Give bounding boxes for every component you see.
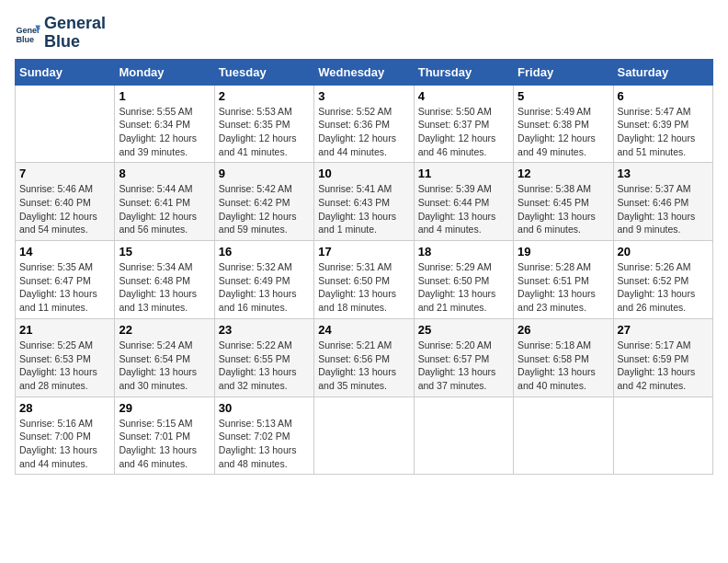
- dow-header-tuesday: Tuesday: [214, 59, 313, 85]
- calendar-cell: 14Sunrise: 5:35 AM Sunset: 6:47 PM Dayli…: [16, 241, 115, 319]
- day-detail: Sunrise: 5:55 AM Sunset: 6:34 PM Dayligh…: [119, 105, 210, 159]
- calendar-cell: 8Sunrise: 5:44 AM Sunset: 6:41 PM Daylig…: [115, 163, 214, 241]
- calendar-cell: 25Sunrise: 5:20 AM Sunset: 6:57 PM Dayli…: [414, 318, 513, 396]
- day-number: 3: [318, 89, 409, 103]
- logo: General Blue General Blue: [15, 15, 106, 52]
- calendar-cell: 17Sunrise: 5:31 AM Sunset: 6:50 PM Dayli…: [314, 241, 414, 319]
- day-number: 25: [418, 323, 509, 337]
- day-detail: Sunrise: 5:32 AM Sunset: 6:49 PM Dayligh…: [219, 260, 310, 315]
- calendar-cell: 23Sunrise: 5:22 AM Sunset: 6:55 PM Dayli…: [214, 318, 313, 396]
- day-number: 8: [119, 167, 210, 180]
- calendar-cell: 15Sunrise: 5:34 AM Sunset: 6:48 PM Dayli…: [115, 241, 214, 319]
- day-detail: Sunrise: 5:35 AM Sunset: 6:47 PM Dayligh…: [19, 260, 110, 315]
- day-number: 10: [318, 167, 409, 180]
- day-number: 4: [418, 89, 509, 103]
- calendar-cell: 21Sunrise: 5:25 AM Sunset: 6:53 PM Dayli…: [16, 318, 115, 396]
- calendar-cell: [314, 396, 414, 475]
- calendar-cell: 10Sunrise: 5:41 AM Sunset: 6:43 PM Dayli…: [314, 163, 414, 241]
- calendar-table: SundayMondayTuesdayWednesdayThursdayFrid…: [15, 59, 713, 476]
- dow-header-sunday: Sunday: [16, 59, 115, 85]
- day-number: 17: [318, 245, 409, 259]
- day-detail: Sunrise: 5:49 AM Sunset: 6:38 PM Dayligh…: [518, 105, 609, 159]
- day-number: 6: [618, 89, 709, 103]
- day-number: 16: [219, 245, 310, 259]
- day-detail: Sunrise: 5:24 AM Sunset: 6:54 PM Dayligh…: [119, 339, 210, 393]
- day-detail: Sunrise: 5:50 AM Sunset: 6:37 PM Dayligh…: [418, 105, 509, 159]
- day-detail: Sunrise: 5:21 AM Sunset: 6:56 PM Dayligh…: [318, 339, 409, 393]
- dow-header-saturday: Saturday: [613, 59, 712, 85]
- calendar-cell: 24Sunrise: 5:21 AM Sunset: 6:56 PM Dayli…: [314, 318, 414, 396]
- day-number: 29: [119, 401, 210, 415]
- day-detail: Sunrise: 5:38 AM Sunset: 6:45 PM Dayligh…: [518, 182, 609, 236]
- day-number: 15: [119, 245, 210, 259]
- svg-text:Blue: Blue: [16, 35, 34, 44]
- day-detail: Sunrise: 5:22 AM Sunset: 6:55 PM Dayligh…: [219, 339, 310, 393]
- day-number: 30: [219, 401, 310, 415]
- calendar-cell: [514, 396, 613, 475]
- day-number: 2: [219, 89, 310, 103]
- day-detail: Sunrise: 5:52 AM Sunset: 6:36 PM Dayligh…: [318, 105, 409, 159]
- day-number: 23: [219, 323, 310, 337]
- day-detail: Sunrise: 5:44 AM Sunset: 6:41 PM Dayligh…: [119, 182, 210, 236]
- day-detail: Sunrise: 5:15 AM Sunset: 7:01 PM Dayligh…: [119, 417, 210, 471]
- day-detail: Sunrise: 5:25 AM Sunset: 6:53 PM Dayligh…: [19, 339, 110, 393]
- calendar-cell: 7Sunrise: 5:46 AM Sunset: 6:40 PM Daylig…: [16, 163, 115, 241]
- day-detail: Sunrise: 5:28 AM Sunset: 6:51 PM Dayligh…: [518, 260, 609, 315]
- day-number: 13: [618, 167, 709, 180]
- day-detail: Sunrise: 5:20 AM Sunset: 6:57 PM Dayligh…: [418, 339, 509, 393]
- calendar-cell: 6Sunrise: 5:47 AM Sunset: 6:39 PM Daylig…: [613, 85, 712, 163]
- calendar-cell: 28Sunrise: 5:16 AM Sunset: 7:00 PM Dayli…: [16, 396, 115, 475]
- calendar-cell: 30Sunrise: 5:13 AM Sunset: 7:02 PM Dayli…: [214, 396, 313, 475]
- day-number: 1: [119, 89, 210, 103]
- calendar-cell: 22Sunrise: 5:24 AM Sunset: 6:54 PM Dayli…: [115, 318, 214, 396]
- calendar-cell: 9Sunrise: 5:42 AM Sunset: 6:42 PM Daylig…: [214, 163, 313, 241]
- day-detail: Sunrise: 5:39 AM Sunset: 6:44 PM Dayligh…: [418, 182, 509, 236]
- day-number: 11: [418, 167, 509, 180]
- dow-header-friday: Friday: [514, 59, 613, 85]
- day-detail: Sunrise: 5:26 AM Sunset: 6:52 PM Dayligh…: [618, 260, 709, 315]
- dow-header-thursday: Thursday: [414, 59, 513, 85]
- day-detail: Sunrise: 5:47 AM Sunset: 6:39 PM Dayligh…: [618, 105, 709, 159]
- calendar-cell: 3Sunrise: 5:52 AM Sunset: 6:36 PM Daylig…: [314, 85, 414, 163]
- day-detail: Sunrise: 5:42 AM Sunset: 6:42 PM Dayligh…: [219, 182, 310, 236]
- calendar-cell: 29Sunrise: 5:15 AM Sunset: 7:01 PM Dayli…: [115, 396, 214, 475]
- calendar-cell: 16Sunrise: 5:32 AM Sunset: 6:49 PM Dayli…: [214, 241, 313, 319]
- day-number: 19: [518, 245, 609, 259]
- page-header: General Blue General Blue: [15, 15, 713, 52]
- day-number: 24: [318, 323, 409, 337]
- calendar-cell: [414, 396, 513, 475]
- calendar-cell: 20Sunrise: 5:26 AM Sunset: 6:52 PM Dayli…: [613, 241, 712, 319]
- day-detail: Sunrise: 5:13 AM Sunset: 7:02 PM Dayligh…: [219, 417, 310, 471]
- day-number: 20: [618, 245, 709, 259]
- dow-header-wednesday: Wednesday: [314, 59, 414, 85]
- day-number: 9: [219, 167, 310, 180]
- day-detail: Sunrise: 5:37 AM Sunset: 6:46 PM Dayligh…: [618, 182, 709, 236]
- day-number: 18: [418, 245, 509, 259]
- calendar-cell: [613, 396, 712, 475]
- calendar-cell: 2Sunrise: 5:53 AM Sunset: 6:35 PM Daylig…: [214, 85, 313, 163]
- day-number: 12: [518, 167, 609, 180]
- calendar-cell: 19Sunrise: 5:28 AM Sunset: 6:51 PM Dayli…: [514, 241, 613, 319]
- dow-header-monday: Monday: [115, 59, 214, 85]
- logo-icon: General Blue: [15, 20, 40, 46]
- calendar-cell: 11Sunrise: 5:39 AM Sunset: 6:44 PM Dayli…: [414, 163, 513, 241]
- day-detail: Sunrise: 5:41 AM Sunset: 6:43 PM Dayligh…: [318, 182, 409, 236]
- day-number: 28: [19, 401, 110, 415]
- day-number: 5: [518, 89, 609, 103]
- day-detail: Sunrise: 5:31 AM Sunset: 6:50 PM Dayligh…: [318, 260, 409, 315]
- day-detail: Sunrise: 5:53 AM Sunset: 6:35 PM Dayligh…: [219, 105, 310, 159]
- day-detail: Sunrise: 5:16 AM Sunset: 7:00 PM Dayligh…: [19, 417, 110, 471]
- day-number: 21: [19, 323, 110, 337]
- calendar-cell: 4Sunrise: 5:50 AM Sunset: 6:37 PM Daylig…: [414, 85, 513, 163]
- calendar-cell: 26Sunrise: 5:18 AM Sunset: 6:58 PM Dayli…: [514, 318, 613, 396]
- calendar-cell: [16, 85, 115, 163]
- day-number: 27: [618, 323, 709, 337]
- calendar-cell: 1Sunrise: 5:55 AM Sunset: 6:34 PM Daylig…: [115, 85, 214, 163]
- calendar-cell: 18Sunrise: 5:29 AM Sunset: 6:50 PM Dayli…: [414, 241, 513, 319]
- calendar-cell: 12Sunrise: 5:38 AM Sunset: 6:45 PM Dayli…: [514, 163, 613, 241]
- day-number: 22: [119, 323, 210, 337]
- day-detail: Sunrise: 5:34 AM Sunset: 6:48 PM Dayligh…: [119, 260, 210, 315]
- day-number: 26: [518, 323, 609, 337]
- day-detail: Sunrise: 5:18 AM Sunset: 6:58 PM Dayligh…: [518, 339, 609, 393]
- logo-text: General Blue: [44, 15, 106, 52]
